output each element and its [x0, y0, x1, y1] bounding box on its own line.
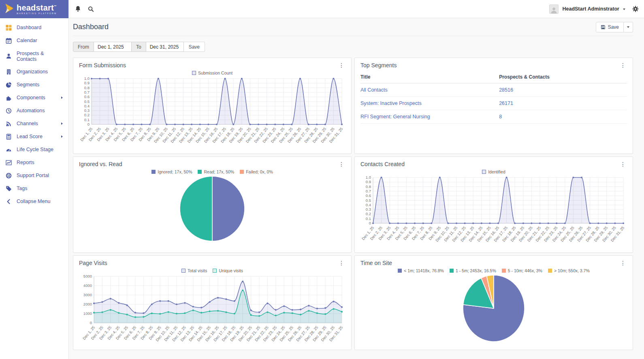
panel-time-on-site: Time on Site ⋮ < 1m; 11418x, 76.8%1 - 5m…	[354, 255, 633, 350]
sidebar-item-components[interactable]: Components	[0, 91, 68, 104]
panel-menu-kebab-icon[interactable]: ⋮	[619, 161, 627, 167]
user-avatar[interactable]	[549, 4, 559, 14]
sidebar-item-life-cycle-stage[interactable]: Life Cycle Stage	[0, 143, 68, 156]
segment-count-link[interactable]: 28516	[499, 87, 513, 93]
panel-menu-kebab-icon[interactable]: ⋮	[619, 260, 627, 266]
svg-text:0.4: 0.4	[366, 203, 371, 207]
svg-text:0.3: 0.3	[366, 207, 371, 212]
calendar-icon	[6, 38, 12, 44]
svg-text:0.9: 0.9	[84, 81, 90, 85]
panel-title: Top Segments	[360, 62, 397, 68]
legend-item[interactable]: Failed; 0x, 0%	[240, 169, 273, 174]
sidebar-item-label: Calendar	[17, 38, 37, 43]
svg-text:0.3: 0.3	[84, 108, 90, 113]
sidebar-item-dashboard[interactable]: Dashboard	[0, 21, 68, 34]
segment-link[interactable]: All Contacts	[360, 87, 388, 93]
search-icon[interactable]	[88, 6, 94, 12]
legend-item[interactable]: Ignored; 17x, 50%	[151, 169, 192, 174]
legend-item[interactable]: Identified	[482, 169, 505, 174]
date-filter-save-button[interactable]: Save	[184, 42, 205, 52]
panel-contacts-created: Contacts Created ⋮ Identified00.10.20.30…	[354, 156, 633, 253]
sidebar-item-channels[interactable]: Channels	[0, 117, 68, 130]
svg-text:0: 0	[90, 321, 92, 325]
legend-swatch	[502, 269, 506, 273]
legend-swatch	[398, 269, 402, 273]
legend-swatch	[240, 170, 244, 174]
save-options-caret-button[interactable]	[624, 22, 633, 32]
sidebar-item-label: Support Portal	[17, 173, 49, 178]
lifering-icon	[6, 173, 12, 179]
legend-item[interactable]: 5 - 10m; 446x, 3%	[502, 268, 542, 273]
segment-link[interactable]: RFI Segment: General Nursing	[360, 114, 430, 120]
legend-swatch	[192, 71, 196, 75]
user-menu[interactable]: HeadStart Adminstrator	[562, 6, 619, 12]
sidebar-item-prospects-and-contacts[interactable]: Prospects & Contacts	[0, 47, 68, 65]
legend-swatch	[181, 269, 186, 273]
sidebar-item-label: Lead Score	[17, 134, 43, 139]
legend-item[interactable]: Read; 17x, 50%	[198, 169, 234, 174]
chevron-right-icon	[61, 122, 63, 125]
form-submissions-chart: 00.10.20.30.40.50.60.70.80.91.0Dec 1, 25…	[79, 76, 345, 146]
svg-text:0.2: 0.2	[366, 212, 371, 216]
sidebar-item-reports[interactable]: Reports	[0, 156, 68, 169]
sidebar-item-automations[interactable]: Automations	[0, 104, 68, 117]
save-dashboard-button[interactable]: Save	[596, 22, 624, 32]
segment-count-link[interactable]: 8	[499, 114, 502, 120]
svg-text:5000: 5000	[83, 274, 92, 278]
panel-menu-kebab-icon[interactable]: ⋮	[337, 260, 345, 266]
sidebar-item-organizations[interactable]: Organizations	[0, 65, 68, 78]
panel-page-visits: Page Visits ⋮ Total visitsUnique visits0…	[73, 255, 352, 350]
panel-menu-kebab-icon[interactable]: ⋮	[337, 161, 345, 167]
svg-text:0.1: 0.1	[366, 216, 371, 221]
legend-item[interactable]: Unique visits	[213, 268, 243, 273]
brand-arrow-icon	[4, 3, 14, 15]
panel-menu-kebab-icon[interactable]: ⋮	[619, 62, 627, 68]
segment-count-link[interactable]: 26171	[499, 100, 513, 106]
panel-ignored-vs-read: Ignored vs. Read ⋮ Ignored; 17x, 50%Read…	[73, 156, 352, 253]
widgets-grid: Form Submissions ⋮ Submission Count00.10…	[73, 58, 633, 350]
from-label: From	[73, 42, 94, 52]
legend-label: Submission Count	[198, 71, 232, 75]
legend-item[interactable]: > 10m; 550x, 3.7%	[548, 268, 590, 273]
sidebar-item-tags[interactable]: Tags	[0, 182, 68, 195]
chart-legend: Total visitsUnique visits	[181, 268, 243, 273]
main-content: Dashboard Save From To Save	[69, 18, 644, 359]
sidebar-item-calendar[interactable]: Calendar	[0, 34, 68, 47]
sidebar-item-segments[interactable]: Segments	[0, 78, 68, 91]
sidebar-item-label: Reports	[17, 160, 34, 165]
chevron-right-icon	[61, 96, 63, 99]
legend-swatch	[151, 170, 156, 174]
svg-text:0: 0	[87, 122, 90, 126]
sidebar-item-label: Prospects & Contacts	[17, 51, 63, 62]
date-to-input[interactable]	[146, 42, 184, 52]
panel-title: Time on Site	[360, 260, 392, 266]
segment-link[interactable]: System: Inactive Prospects	[360, 100, 422, 106]
chevron-down-icon[interactable]	[623, 9, 625, 10]
chevron-right-icon	[61, 135, 63, 138]
pie-slice	[180, 176, 212, 241]
sidebar-item-label: Channels	[17, 121, 38, 126]
sidebar: headstart™ MARKETING PLATFORM DashboardC…	[0, 0, 69, 359]
chart-icon	[6, 160, 12, 166]
legend-item[interactable]: 1 - 5m; 2453x, 16.5%	[450, 268, 496, 273]
panel-menu-kebab-icon[interactable]: ⋮	[337, 62, 345, 68]
date-from-input[interactable]	[94, 42, 132, 52]
sidebar-item-lead-score[interactable]: Lead Score	[0, 130, 68, 143]
legend-item[interactable]: Total visits	[181, 268, 207, 273]
panel-top-segments: Top Segments ⋮ TitleProspects & Contacts…	[354, 58, 633, 154]
sidebar-item-support-portal[interactable]: Support Portal	[0, 169, 68, 182]
page-header: Dashboard Save	[73, 18, 633, 36]
settings-gear-icon[interactable]	[632, 6, 639, 12]
legend-item[interactable]: Submission Count	[192, 71, 232, 75]
tag-icon	[6, 186, 12, 192]
brand-logo[interactable]: headstart™ MARKETING PLATFORM	[0, 0, 68, 18]
notifications-bell-icon[interactable]	[75, 6, 81, 12]
legend-item[interactable]: < 1m; 11418x, 76.8%	[398, 268, 444, 273]
panel-form-submissions: Form Submissions ⋮ Submission Count00.10…	[73, 58, 352, 154]
sidebar-item-collapse-menu[interactable]: Collapse Menu	[0, 195, 68, 208]
svg-text:1.0: 1.0	[84, 76, 90, 81]
building-icon	[6, 69, 12, 75]
sidebar-item-label: Automations	[17, 108, 45, 113]
svg-text:0.8: 0.8	[84, 85, 90, 90]
legend-label: Failed; 0x, 0%	[246, 169, 273, 174]
